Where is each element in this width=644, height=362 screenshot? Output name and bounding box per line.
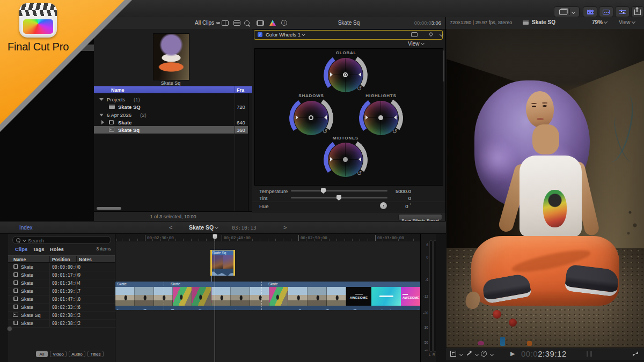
- list-item-event[interactable]: 6 Apr 2026 (2): [94, 111, 252, 119]
- disclosure-right-icon[interactable]: [101, 120, 104, 124]
- enhance-wand-icon[interactable]: [465, 351, 472, 357]
- color-inspector-icon[interactable]: [269, 20, 276, 26]
- timeline-toggle[interactable]: [599, 6, 613, 17]
- search-scope-chevron[interactable]: [23, 238, 26, 242]
- timeline-project-dropdown[interactable]: Skate SQ: [189, 224, 218, 231]
- list-item-projects[interactable]: Projects (1): [94, 95, 252, 103]
- index-row[interactable]: Skate00:00:00:00: [8, 263, 115, 271]
- filmstrip-view-icon[interactable]: [222, 20, 229, 26]
- global-color-wheel[interactable]: ↺: [321, 56, 370, 98]
- wheel-puck[interactable]: [378, 115, 383, 120]
- effect-row-color-wheels[interactable]: ✓ Color Wheels 1: [254, 30, 443, 40]
- audio-meters-mini[interactable]: [587, 351, 588, 357]
- index-row[interactable]: Skate00:01:17:09: [8, 271, 115, 279]
- list-view-icon[interactable]: [233, 20, 240, 26]
- zoom-level-dropdown[interactable]: 79%: [592, 19, 607, 25]
- inspector-toggle[interactable]: [615, 6, 630, 17]
- keyframe-diamond-icon[interactable]: [429, 32, 433, 36]
- retime-icon[interactable]: [481, 351, 487, 357]
- tab-tags[interactable]: Tags: [33, 246, 44, 252]
- index-row[interactable]: Skate00:01:39:17: [8, 287, 115, 295]
- info-inspector-icon[interactable]: i: [281, 20, 287, 26]
- browser-grid-toggle[interactable]: [583, 6, 597, 17]
- connected-clip-skate-sq[interactable]: Skate Sq: [210, 250, 235, 276]
- playhead[interactable]: [215, 234, 215, 362]
- index-row[interactable]: Skate Sq00:02:38:22: [8, 311, 115, 320]
- tab-roles[interactable]: Roles: [50, 246, 64, 252]
- title-card-awesome[interactable]: AWESOME: [346, 287, 371, 306]
- next-project-button[interactable]: >: [283, 224, 287, 231]
- reset-icon[interactable]: ↺: [357, 170, 362, 177]
- disclosure-down-icon[interactable]: [99, 114, 104, 116]
- crop-icon[interactable]: [450, 351, 456, 357]
- clip-label: Skate: [171, 282, 180, 286]
- temperature-slider-thumb[interactable]: [321, 188, 326, 194]
- clip-thumb: [211, 255, 223, 269]
- index-row: Skate00:02:38:22: [8, 319, 115, 328]
- index-row[interactable]: Skate00:01:34:04: [8, 279, 115, 287]
- column-notes[interactable]: Notes: [79, 257, 92, 262]
- video-inspector-icon[interactable]: [257, 20, 264, 26]
- filter-video[interactable]: Video: [50, 351, 67, 357]
- index-row[interactable]: Skate00:02:33:26: [8, 303, 115, 312]
- share-button[interactable]: [631, 6, 644, 17]
- save-effects-preset-button[interactable]: Save Effects Preset: [398, 214, 442, 220]
- wheel-puck[interactable]: [343, 157, 348, 162]
- title-card-teal[interactable]: [371, 287, 401, 306]
- index-button[interactable]: Index: [19, 225, 32, 231]
- viewer-bottom-bar: ▶ 00:02:39:12: [446, 348, 644, 360]
- wheel-puck[interactable]: [309, 115, 313, 120]
- reset-icon[interactable]: ↺: [392, 128, 397, 135]
- disclosure-down-icon[interactable]: [99, 98, 104, 101]
- clip-boundary[interactable]: [261, 282, 262, 310]
- index-row[interactable]: Skate00:01:47:10: [8, 295, 115, 304]
- search-icon[interactable]: [244, 20, 250, 26]
- wheel-puck[interactable]: [343, 72, 348, 77]
- filter-audio[interactable]: Audio: [69, 351, 85, 357]
- title-card-purple[interactable]: AWESOME: [401, 287, 420, 306]
- crop-chevron[interactable]: [459, 352, 463, 356]
- storyline-filmstrip[interactable]: [115, 287, 346, 306]
- list-item-skate-sq-project[interactable]: Skate SQ 720: [94, 103, 252, 110]
- tint-slider-thumb[interactable]: [336, 195, 341, 201]
- effect-name-dropdown[interactable]: Color Wheels 1: [266, 32, 305, 38]
- browser-list-header[interactable]: Name ^ Fra: [94, 86, 252, 93]
- clip-boundary[interactable]: [164, 282, 164, 310]
- column-position[interactable]: Position: [52, 257, 70, 262]
- search-input[interactable]: [27, 237, 109, 244]
- list-item-skate-sq-selected[interactable]: Skate Sq 360: [94, 126, 252, 134]
- fullscreen-icon[interactable]: [633, 351, 638, 357]
- inspector-scrollbar[interactable]: [443, 50, 444, 82]
- import-media-button[interactable]: [554, 6, 580, 17]
- midtones-color-wheel[interactable]: ↺: [321, 141, 370, 182]
- screen-icon[interactable]: [411, 32, 418, 37]
- highlights-color-wheel[interactable]: ↺: [357, 99, 405, 141]
- shadows-color-wheel[interactable]: ↺: [287, 99, 335, 141]
- filter-all[interactable]: All: [36, 351, 48, 357]
- tab-clips[interactable]: Clips: [15, 246, 27, 252]
- reset-icon[interactable]: ↺: [323, 128, 327, 135]
- enhance-chevron[interactable]: [475, 352, 479, 356]
- filter-titles[interactable]: Titles: [87, 351, 104, 357]
- hue-value: 0 °: [368, 203, 411, 209]
- play-button[interactable]: ▶: [510, 350, 515, 357]
- retime-chevron[interactable]: [490, 352, 494, 356]
- clip-filter-dropdown[interactable]: All Clips: [195, 20, 219, 26]
- search-field[interactable]: [12, 236, 111, 244]
- clip-thumbnail[interactable]: [153, 33, 189, 80]
- viewer-view-dropdown[interactable]: View: [619, 19, 635, 25]
- list-item-skate-clip[interactable]: Skate 640: [94, 119, 252, 126]
- wheels-view-dropdown[interactable]: View: [408, 41, 424, 47]
- previous-project-button[interactable]: <: [169, 224, 172, 231]
- clapper-stripes: [19, 10, 57, 16]
- column-name[interactable]: Name: [13, 257, 26, 262]
- name-column-header[interactable]: Name: [111, 87, 125, 93]
- column-divider[interactable]: [235, 86, 235, 93]
- browser-hscrollbar[interactable]: [97, 207, 121, 210]
- effect-checkbox[interactable]: ✓: [258, 32, 262, 37]
- frame-column-header[interactable]: Fra: [237, 87, 244, 93]
- film-clip-icon: [109, 120, 114, 124]
- reset-icon[interactable]: ↺: [357, 85, 362, 92]
- effect-expand-chevron[interactable]: [440, 33, 443, 36]
- panel-resize-handle[interactable]: [7, 326, 12, 331]
